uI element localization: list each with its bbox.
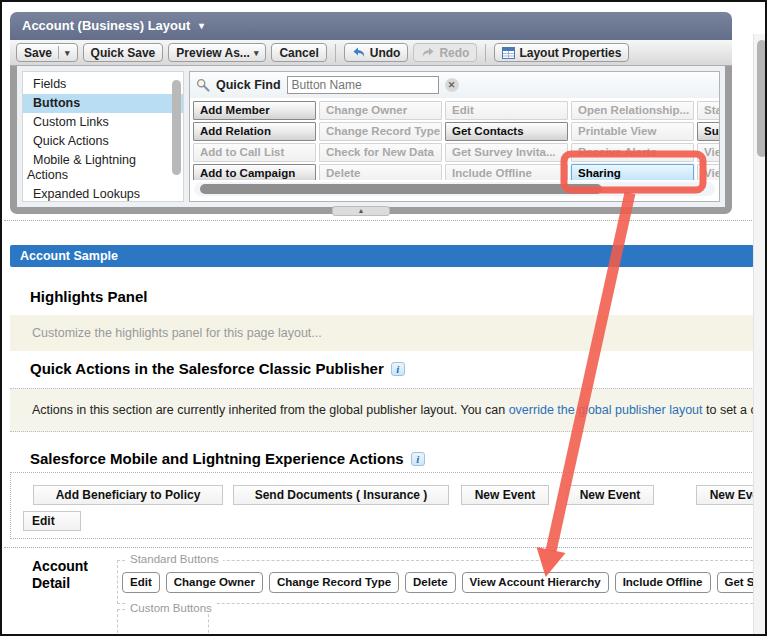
palette-item[interactable]: Include Offline	[445, 164, 568, 180]
quick-find-label: Quick Find	[216, 78, 281, 92]
publisher-text: to set a custom	[703, 403, 754, 417]
highlights-panel-heading: Highlights Panel	[30, 288, 148, 305]
account-detail-title-line1: Account	[32, 558, 88, 575]
custom-buttons-label: Custom Buttons	[126, 602, 216, 614]
undo-button[interactable]: Undo	[344, 43, 409, 62]
grid-scrollbar-thumb[interactable]	[200, 184, 602, 194]
layout-editor-panel: Account (Business) Layout ▾ Save ▾ Quick…	[10, 12, 732, 214]
layout-properties-icon	[502, 47, 515, 59]
cancel-button[interactable]: Cancel	[271, 43, 326, 62]
palette-item[interactable]: Star	[697, 101, 719, 120]
palette-item[interactable]: Check for New Data	[319, 143, 442, 162]
standard-buttons-row: Edit Change Owner Change Record Type Del…	[122, 572, 767, 593]
screenshot-page: Account (Business) Layout ▾ Save ▾ Quick…	[0, 0, 767, 636]
palette-item[interactable]: Printable View	[571, 122, 694, 141]
classic-publisher-heading: Quick Actions in the Salesforce Classic …	[30, 360, 405, 377]
classic-publisher-box: Actions in this section are currently in…	[10, 388, 754, 432]
section-divider	[4, 220, 752, 221]
toolbar-divider	[335, 44, 336, 62]
page-scrollbar-thumb[interactable]	[757, 40, 767, 157]
palette-item[interactable]: Change Owner	[319, 101, 442, 120]
preview-as-button[interactable]: Preview As... ▾	[168, 43, 266, 62]
detail-button[interactable]: View Account Hierarchy	[462, 572, 609, 593]
custom-buttons-fieldset: Custom Buttons	[117, 609, 209, 636]
account-detail-heading: Account Detail	[32, 558, 88, 592]
collapse-arrow-icon: ▲	[358, 207, 365, 215]
palette-collapse-handle[interactable]: ▲	[332, 206, 390, 216]
quick-find-row: Quick Find ✕	[190, 72, 719, 98]
override-layout-link[interactable]: override the global publisher layout	[509, 403, 703, 417]
sidebar-item-expanded-lookups[interactable]: Expanded Lookups	[23, 185, 183, 204]
mobile-actions-heading: Salesforce Mobile and Lightning Experien…	[30, 450, 425, 467]
toolbar: Save ▾ Quick Save Preview As... ▾ Cancel…	[10, 40, 732, 66]
panel-frame: Fields Buttons Custom Links Quick Action…	[10, 66, 732, 214]
panel-title-bar[interactable]: Account (Business) Layout ▾	[10, 12, 732, 40]
palette-item[interactable]: Add Member	[193, 101, 316, 120]
detail-button[interactable]: Change Owner	[166, 572, 263, 593]
sidebar-item-buttons[interactable]: Buttons	[23, 94, 183, 113]
chevron-down-icon: ▾	[199, 20, 204, 31]
sidebar-item-custom-links[interactable]: Custom Links	[23, 113, 183, 132]
palette-item[interactable]: Delete	[319, 164, 442, 180]
detail-button[interactable]: Delete	[405, 572, 456, 593]
action-button[interactable]: New Event	[566, 485, 654, 505]
quick-save-button[interactable]: Quick Save	[83, 43, 164, 62]
redo-label: Redo	[439, 46, 469, 60]
action-button-edit[interactable]: Edit	[23, 511, 81, 531]
palette-item[interactable]: Receive Alerts	[571, 143, 694, 162]
sidebar-item-mobile-lightning-actions[interactable]: Mobile & Lightning Actions	[23, 151, 183, 185]
action-button[interactable]: Send Documents ( Insurance )	[233, 485, 449, 505]
quick-find-input[interactable]	[287, 76, 439, 94]
palette-item[interactable]: View	[697, 143, 719, 162]
detail-button[interactable]: Include Offline	[615, 572, 711, 593]
action-button[interactable]: Add Beneficiary to Policy	[33, 485, 223, 505]
section-divider	[4, 547, 752, 548]
category-scrollbar-thumb[interactable]	[172, 80, 181, 175]
palette-item[interactable]: Open Relationship...	[571, 101, 694, 120]
undo-label: Undo	[370, 46, 401, 60]
highlights-panel-title: Highlights Panel	[30, 288, 148, 305]
save-button[interactable]: Save ▾	[16, 43, 78, 62]
sidebar-item-fields[interactable]: Fields	[23, 75, 183, 94]
action-button[interactable]: New Event	[696, 485, 754, 505]
account-detail-title-line2: Detail	[32, 575, 88, 592]
palette-item[interactable]: Subm	[697, 122, 719, 141]
save-label: Save	[24, 46, 52, 60]
detail-button[interactable]: Change Record Type	[269, 572, 399, 593]
palette-item[interactable]: View	[697, 164, 719, 180]
palette-item-sharing[interactable]: Sharing	[571, 164, 694, 180]
palette-item[interactable]: Add Relation	[193, 122, 316, 141]
mobile-actions-title: Salesforce Mobile and Lightning Experien…	[30, 450, 404, 467]
mobile-actions-box: Add Beneficiary to Policy Send Documents…	[10, 472, 754, 539]
detail-button[interactable]: Edit	[122, 572, 160, 593]
palette-grid-box: Quick Find ✕ Add Member Change Owner Edi…	[189, 71, 720, 202]
layout-properties-button[interactable]: Layout Properties	[494, 43, 629, 62]
palette-item[interactable]: Edit	[445, 101, 568, 120]
action-button[interactable]: New Event	[461, 485, 549, 505]
palette-item[interactable]: Get Survey Invita...	[445, 143, 568, 162]
panel-body: Fields Buttons Custom Links Quick Action…	[17, 66, 725, 207]
palette-item[interactable]: Change Record Type	[319, 122, 442, 141]
info-icon[interactable]: i	[391, 362, 405, 376]
account-sample-header: Account Sample	[10, 245, 754, 267]
clear-search-icon[interactable]: ✕	[445, 78, 459, 92]
split-divider	[58, 46, 59, 59]
info-icon[interactable]: i	[411, 452, 425, 466]
search-icon	[196, 78, 210, 92]
palette-item[interactable]: Add to Campaign	[193, 164, 316, 180]
undo-icon	[352, 47, 366, 59]
highlights-panel-box[interactable]: Customize the highlights panel for this …	[10, 315, 754, 351]
redo-icon	[421, 47, 435, 59]
redo-button[interactable]: Redo	[413, 43, 477, 62]
palette-item[interactable]: Add to Call List	[193, 143, 316, 162]
layout-properties-label: Layout Properties	[519, 46, 621, 60]
grid-horizontal-scrollbar	[194, 182, 715, 196]
standard-buttons-label: Standard Buttons	[126, 553, 223, 565]
sidebar-item-quick-actions[interactable]: Quick Actions	[23, 132, 183, 151]
chevron-down-icon: ▾	[254, 48, 259, 58]
preview-as-label: Preview As...	[176, 46, 250, 60]
palette-item-grid: Add Member Change Owner Edit Open Relati…	[190, 98, 719, 180]
publisher-text: Actions in this section are currently in…	[32, 403, 509, 417]
palette-item[interactable]: Get Contacts	[445, 122, 568, 141]
standard-buttons-fieldset: Standard Buttons Edit Change Owner Chang…	[117, 560, 763, 604]
